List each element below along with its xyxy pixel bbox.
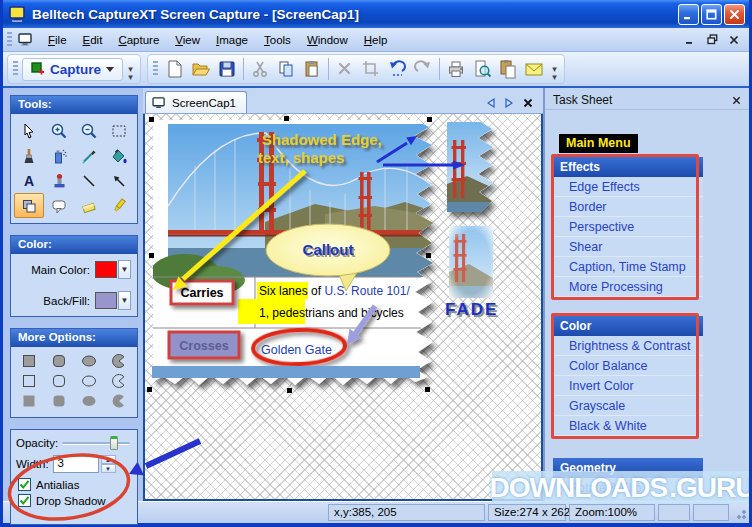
back-fill-swatch[interactable] [95, 292, 117, 309]
cut-button[interactable] [247, 56, 273, 82]
copy-to-clipboard-button[interactable] [495, 56, 521, 82]
tool-zoom-in-button[interactable] [44, 118, 74, 143]
shape-ellipse-solid[interactable] [74, 391, 104, 411]
tool-stamp-button[interactable] [44, 168, 74, 193]
undo-button[interactable] [384, 56, 410, 82]
menu-image[interactable]: Image [208, 31, 256, 49]
shape-ellipse-filled[interactable] [74, 351, 104, 371]
shape-square-outline[interactable] [14, 371, 44, 391]
chevron-down-icon [106, 66, 114, 72]
opacity-slider[interactable] [62, 436, 132, 450]
task-item-rotate-flip[interactable]: Rotate & Flip [553, 478, 703, 498]
tool-zoom-out-button[interactable] [74, 118, 104, 143]
tool-eyedropper-button[interactable] [74, 143, 104, 168]
email-button[interactable] [521, 56, 547, 82]
task-item-color-balance[interactable]: Color Balance [553, 356, 703, 376]
menu-file[interactable]: File [40, 31, 75, 49]
standard-toolbar-grip[interactable] [153, 61, 158, 77]
task-item-caption-time-stamp[interactable]: Caption, Time Stamp [553, 257, 703, 277]
task-item-shear[interactable]: Shear [553, 237, 703, 257]
main-color-swatch[interactable] [95, 261, 117, 278]
tool-shapes-button[interactable] [14, 193, 44, 218]
redo-button[interactable] [410, 56, 436, 82]
title-bar[interactable]: Belltech CaptureXT Screen Capture - [Scr… [3, 0, 749, 28]
tool-eraser-button[interactable] [74, 193, 104, 218]
shape-rounded-filled[interactable] [44, 351, 74, 371]
tab-screencap1[interactable]: ScreenCap1 [145, 91, 247, 113]
task-item-brightness-contrast[interactable]: Brightness & Contrast [553, 336, 703, 356]
width-stepper-down[interactable]: ▼ [101, 464, 116, 473]
shape-pie-solid[interactable] [104, 391, 134, 411]
next-tab-icon[interactable] [505, 98, 513, 108]
tool-spray-button[interactable] [44, 143, 74, 168]
width-input[interactable]: 3 [53, 455, 99, 473]
copy-button[interactable] [273, 56, 299, 82]
task-item-border[interactable]: Border [553, 197, 703, 217]
tool-highlighter-button[interactable] [104, 193, 134, 218]
task-item-grayscale[interactable]: Grayscale [553, 396, 703, 416]
delete-button[interactable] [332, 56, 358, 82]
menu-edit[interactable]: Edit [75, 31, 111, 49]
main-color-dropdown[interactable]: ▼ [118, 260, 131, 279]
menu-help[interactable]: Help [356, 31, 396, 49]
width-stepper-up[interactable]: ▲ [101, 455, 116, 464]
close-tab-icon[interactable] [523, 98, 533, 108]
task-item-invert-color[interactable]: Invert Color [553, 376, 703, 396]
menu-capture[interactable]: Capture [110, 31, 167, 49]
mdi-close-button[interactable] [725, 32, 743, 48]
window-title: Belltech CaptureXT Screen Capture - [Scr… [32, 7, 676, 22]
document-tab-icon [152, 97, 167, 109]
standard-toolbar-overflow[interactable]: ▾▾ [549, 65, 560, 81]
shape-rounded-solid[interactable] [44, 391, 74, 411]
annotated-screenshot[interactable]: Six lanes of U.S. Route 101/ 1, pedestri… [151, 120, 435, 385]
shape-square-solid[interactable] [14, 391, 44, 411]
task-item-more-processing[interactable]: More Processing [553, 277, 703, 297]
shape-pie-filled[interactable] [104, 351, 134, 371]
tool-callout-button[interactable] [44, 193, 74, 218]
tool-text-button[interactable]: A [14, 168, 44, 193]
tool-brush-button[interactable] [14, 143, 44, 168]
print-button[interactable] [443, 56, 469, 82]
open-button[interactable] [188, 56, 214, 82]
task-item-black-white[interactable]: Black & White [553, 416, 703, 436]
canvas[interactable]: Six lanes of U.S. Route 101/ 1, pedestri… [143, 114, 543, 501]
crosses-label: Crosses [179, 339, 228, 353]
paste-button[interactable] [299, 56, 325, 82]
shape-ellipse-outline[interactable] [74, 371, 104, 391]
mdi-minimize-button[interactable] [681, 32, 699, 48]
menubar-grip[interactable] [7, 32, 12, 48]
drop-shadow-checkbox[interactable] [18, 494, 31, 507]
save-button[interactable] [214, 56, 240, 82]
resize-grip[interactable] [734, 507, 746, 519]
menu-window[interactable]: Window [299, 31, 356, 49]
crop-button[interactable] [358, 56, 384, 82]
task-sheet-close-icon[interactable] [732, 96, 741, 105]
tool-rect-select-button[interactable] [104, 118, 134, 143]
tool-line-button[interactable] [74, 168, 104, 193]
menu-tools[interactable]: Tools [256, 31, 299, 49]
back-fill-dropdown[interactable]: ▼ [118, 291, 131, 310]
maximize-button[interactable] [701, 4, 722, 25]
print-preview-button[interactable] [469, 56, 495, 82]
close-button[interactable] [724, 4, 745, 25]
capture-toolbar-grip[interactable] [13, 61, 18, 77]
menu-view[interactable]: View [167, 31, 208, 49]
prev-tab-icon[interactable] [487, 98, 495, 108]
shape-pie-outline[interactable] [104, 371, 134, 391]
antialias-checkbox[interactable] [18, 478, 31, 491]
shape-rounded-outline[interactable] [44, 371, 74, 391]
tool-arrow-button[interactable] [104, 168, 134, 193]
task-item-perspective[interactable]: Perspective [553, 217, 703, 237]
shape-square-filled[interactable] [14, 351, 44, 371]
new-button[interactable] [162, 56, 188, 82]
capture-button[interactable]: Capture [22, 58, 123, 81]
minimize-button[interactable] [678, 4, 699, 25]
fade-thumbnail[interactable] [449, 226, 493, 298]
tool-fill-button[interactable] [104, 143, 134, 168]
mdi-restore-button[interactable] [703, 32, 721, 48]
opacity-slider-thumb[interactable] [110, 436, 118, 450]
capture-toolbar-overflow[interactable]: ▾▾ [125, 65, 136, 81]
tool-select-cursor-button[interactable] [14, 118, 44, 143]
check-icon [19, 495, 30, 506]
task-item-edge-effects[interactable]: Edge Effects [553, 177, 703, 197]
